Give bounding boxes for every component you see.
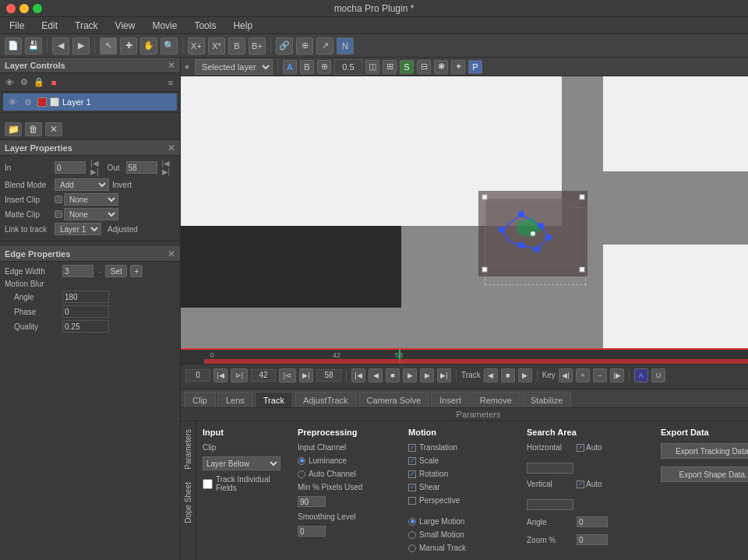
tab-adjust-track[interactable]: AdjustTrack [295, 392, 357, 407]
selected-layer-select[interactable]: Selected layer [195, 59, 273, 75]
view-btn-s[interactable]: S [400, 60, 414, 74]
tab-lens[interactable]: Lens [217, 392, 253, 407]
view-btn-a[interactable]: A [283, 60, 297, 74]
blend-mode-select[interactable]: Add Normal [55, 178, 109, 191]
v-auto-check[interactable] [577, 481, 584, 488]
toolbar-pan-icon[interactable]: ✋ [140, 37, 157, 55]
insert-clip-select[interactable]: None [64, 193, 118, 206]
tc-key-del[interactable]: − [593, 368, 607, 382]
frame-in-input[interactable] [185, 369, 210, 382]
tc-goto-out[interactable]: ▶| [299, 368, 313, 382]
lc-lock-icon[interactable]: 🔒 [33, 76, 45, 89]
layer-props-close[interactable]: ✕ [168, 143, 175, 153]
toolbar-zoom-icon[interactable]: 🔍 [161, 37, 178, 55]
clip-select[interactable]: Layer Below [203, 456, 280, 470]
toolbar-magnet-icon[interactable]: ⊕ [296, 37, 313, 55]
view-btn-p[interactable]: P [468, 60, 482, 74]
tab-remove[interactable]: Remove [471, 392, 520, 407]
lc-eye-icon[interactable]: 👁 [3, 76, 16, 89]
auto-channel-radio[interactable] [298, 470, 305, 478]
view-btn-icon5[interactable]: ✱ [434, 60, 448, 74]
tc-key-next[interactable]: |▶ [610, 368, 624, 382]
toolbar-save-icon[interactable]: 💾 [25, 37, 42, 55]
menu-tools[interactable]: Tools [191, 19, 219, 33]
view-btn-icon6[interactable]: ✦ [451, 60, 465, 74]
layer-eye-icon[interactable]: 👁 [6, 96, 19, 108]
menu-edit[interactable]: Edit [38, 19, 61, 33]
tc-track-back[interactable]: ◀ [484, 368, 498, 382]
tab-insert[interactable]: Insert [431, 392, 470, 407]
toolbar-add-icon[interactable]: ↗ [316, 37, 333, 55]
h-auto-check[interactable] [577, 444, 584, 452]
view-btn-icon1[interactable]: ⊕ [317, 60, 331, 74]
quality-input[interactable] [62, 320, 109, 333]
canvas-viewer[interactable] [181, 76, 748, 348]
edge-set-btn[interactable]: Set [105, 265, 127, 277]
edge-width-input[interactable] [62, 265, 94, 277]
lc-menu-icon[interactable]: ≡ [164, 76, 177, 89]
delete-btn[interactable]: 🗑 [25, 122, 42, 136]
track-individual-checkbox[interactable] [203, 479, 213, 489]
menu-file[interactable]: File [6, 19, 27, 33]
export-shape-btn[interactable]: Export Shape Data... [661, 467, 748, 482]
view-btn-icon2[interactable]: ◫ [365, 60, 379, 74]
vert-tab-dope[interactable]: Dope Sheet [182, 477, 194, 528]
tc-stop[interactable]: ■ [386, 368, 400, 382]
tc-goto-in[interactable]: |◀ [213, 368, 228, 382]
h-range-input[interactable] [527, 463, 573, 474]
manual-track-radio[interactable] [408, 544, 416, 552]
edge-plus-btn[interactable]: + [130, 265, 143, 277]
in-input[interactable] [55, 161, 86, 174]
toolbar-undo-icon[interactable]: ◀ [52, 37, 69, 55]
toolbar-transform-icon[interactable]: ✚ [120, 37, 137, 55]
layer-row[interactable]: 👁 ⚙ Layer 1 [3, 93, 177, 111]
frame-out-input[interactable] [316, 369, 341, 382]
v-range-input[interactable] [527, 499, 573, 510]
vert-tab-params[interactable]: Parameters [182, 424, 194, 474]
shear-check[interactable] [408, 484, 416, 491]
toolbar-select-icon[interactable]: ↖ [100, 37, 117, 55]
view-btn-icon4[interactable]: ⊟ [417, 60, 431, 74]
tc-key-add[interactable]: + [576, 368, 590, 382]
layer-gear-icon[interactable]: ⚙ [22, 96, 34, 108]
toolbar-file-icon[interactable]: 📄 [5, 37, 22, 55]
out-input[interactable] [126, 161, 157, 174]
lc-gear-icon[interactable]: ⚙ [18, 76, 30, 89]
view-btn-icon3[interactable]: ⊞ [383, 60, 397, 74]
tc-track-fwd[interactable]: ▶ [518, 368, 532, 382]
tab-clip[interactable]: Clip [184, 392, 216, 407]
zoom-input[interactable] [577, 534, 608, 545]
tab-camera-solve[interactable]: Camera Solve [358, 392, 430, 407]
toolbar-b-icon[interactable]: B [228, 37, 245, 55]
toolbar-b2-icon[interactable]: B+ [249, 37, 266, 55]
translation-check[interactable] [408, 444, 416, 452]
menu-help[interactable]: Help [230, 19, 256, 33]
scale-check[interactable] [408, 457, 416, 465]
small-motion-radio[interactable] [408, 531, 416, 539]
rotation-check[interactable] [408, 470, 416, 478]
tc-play[interactable]: ▶ [403, 368, 417, 382]
phase-input[interactable] [62, 305, 109, 318]
tc-mark-in[interactable]: ⊳| [231, 368, 248, 382]
matte-clip-select[interactable]: None [64, 208, 118, 220]
toolbar-link-icon[interactable]: 🔗 [276, 37, 293, 55]
toolbar-shape-icon[interactable]: X* [208, 37, 225, 55]
menu-movie[interactable]: Movie [149, 19, 180, 33]
layer-controls-close[interactable]: ✕ [168, 60, 175, 71]
opacity-input[interactable] [334, 59, 362, 75]
export-tracking-btn[interactable]: Export Tracking Data... [661, 443, 748, 459]
add-folder-btn[interactable]: 📁 [5, 122, 22, 136]
angle-input[interactable] [62, 291, 109, 303]
toolbar-redo-icon[interactable]: ▶ [72, 37, 90, 55]
perspective-check[interactable] [408, 497, 416, 505]
maximize-button[interactable] [33, 4, 42, 13]
tab-stabilize[interactable]: Stabilize [522, 392, 572, 407]
tc-rewind[interactable]: |◀ [351, 368, 365, 382]
tc-track-stop[interactable]: ■ [501, 368, 515, 382]
edge-props-close[interactable]: ✕ [168, 248, 175, 259]
tc-step-fwd[interactable]: ▶ [420, 368, 434, 382]
minimize-button[interactable] [19, 4, 29, 13]
frame-current-input[interactable] [251, 369, 276, 382]
toolbar-pen-icon[interactable]: X+ [188, 37, 205, 55]
tc-mark-out[interactable]: |⊲ [279, 368, 296, 382]
